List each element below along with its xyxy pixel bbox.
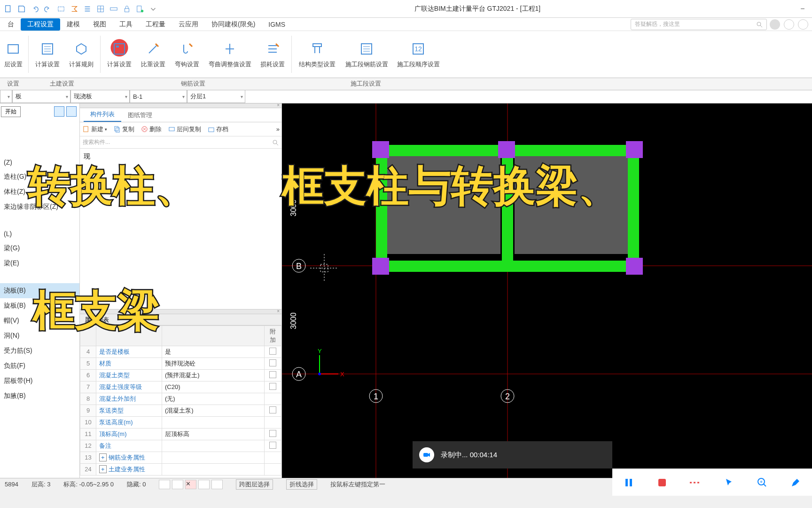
rb-calc-settings-1[interactable]: 计算设置	[31, 31, 64, 78]
zoom-tool-icon[interactable]: +	[756, 476, 769, 489]
qat-list-icon[interactable]	[82, 3, 93, 15]
table-row[interactable]: 13+钢筋业务属性	[80, 452, 281, 463]
tree-item[interactable]: (L)	[0, 227, 79, 241]
table-row[interactable]: 7混凝土强度等级(C20)	[80, 381, 281, 393]
table-row[interactable]: 11顶标高(m)层顶标高	[80, 428, 281, 440]
menu-modeling[interactable]: 建模	[60, 18, 86, 31]
qat-redo-icon[interactable]	[42, 3, 54, 15]
pen-tool-icon[interactable]	[789, 476, 802, 489]
svg-text:2: 2	[505, 392, 510, 401]
table-row[interactable]: 9泵送类型(混凝土泵)	[80, 405, 281, 416]
avatar[interactable]	[770, 19, 780, 30]
menu-quantity[interactable]: 工程量	[139, 18, 172, 31]
tb-copy[interactable]: 复制	[111, 124, 137, 135]
grp-rebar: 钢筋设置	[98, 78, 289, 90]
snap-icon-2[interactable]	[172, 480, 183, 489]
camera-icon[interactable]	[419, 447, 434, 462]
snap-icon-1[interactable]	[159, 480, 170, 489]
annotate-dash-icon[interactable]	[689, 476, 702, 489]
tb-more-icon[interactable]: »	[274, 125, 281, 134]
tree-item[interactable]: 受力筋(S)	[0, 343, 79, 358]
rb-struct-type[interactable]: 结构类型设置	[294, 31, 341, 78]
combo-layer[interactable]: 分层1	[187, 90, 245, 103]
search-icon	[756, 21, 763, 28]
snap-icon-4[interactable]	[198, 480, 210, 489]
qat-export-icon[interactable]	[134, 3, 146, 15]
btn-polyline[interactable]: 折线选择	[286, 479, 317, 490]
rb-weight-settings[interactable]: 比重设置	[136, 31, 170, 78]
notify-icon[interactable]	[784, 19, 794, 30]
table-row[interactable]: 8混凝土外加剂(无)	[80, 393, 281, 405]
qat-save-icon[interactable]	[16, 3, 27, 15]
property-table[interactable]: 附加 4是否是楼板是5材质预拌现浇砼6混凝土类型(预拌混凝土)7混凝土强度等级(…	[80, 325, 281, 478]
tab-drawings[interactable]: 图纸管理	[121, 109, 159, 122]
tree-view-grid-icon[interactable]	[66, 106, 77, 117]
help-search[interactable]: 答疑解惑，搜这里	[631, 19, 767, 30]
cursor-tool-icon[interactable]	[722, 476, 735, 489]
minimize-button[interactable]: −	[793, 0, 812, 17]
rb-bend-adjust[interactable]: 弯曲调整值设置	[204, 31, 256, 78]
menu-igms[interactable]: IGMS	[262, 19, 292, 30]
rb-floor-settings[interactable]: 层设置	[0, 31, 26, 78]
menu-project-settings[interactable]: 工程设置	[21, 18, 60, 31]
tree-item[interactable]: 梁(E)	[0, 256, 79, 271]
tb-new[interactable]: 新建▾	[80, 124, 110, 135]
table-row[interactable]: 5材质预拌现浇砼	[80, 357, 281, 369]
qat-new-icon[interactable]	[3, 3, 14, 15]
menu-view[interactable]: 视图	[86, 18, 113, 31]
tb-delete[interactable]: 删除	[138, 124, 164, 135]
component-search[interactable]: 搜索构件...	[80, 136, 281, 149]
qat-undo-icon[interactable]	[29, 3, 40, 15]
tree-item[interactable]: 负筋(F)	[0, 358, 79, 373]
qat-summary-icon[interactable]	[69, 3, 80, 15]
svg-rect-36	[626, 141, 643, 158]
rb-calc-settings-2[interactable]: 计算设置	[102, 31, 136, 78]
rb-cons-rebar[interactable]: 施工段钢筋设置	[341, 31, 392, 78]
tree-item[interactable]: 层板带(H)	[0, 373, 79, 389]
tb-floor-copy[interactable]: 层间复制	[165, 124, 204, 135]
title-bar: 广联达BIM土建计量平台 GTJ2021 - [工程1] −	[0, 0, 812, 18]
rb-calc-rules[interactable]: 计算规则	[64, 31, 98, 78]
menu-cloud[interactable]: 云应用	[172, 18, 205, 31]
svg-point-51	[318, 373, 321, 375]
combo-category[interactable]: 板	[12, 90, 70, 103]
combo-type[interactable]: 现浇板	[70, 90, 130, 103]
combo-name[interactable]: B-1	[130, 90, 187, 103]
menu-tools[interactable]: 工具	[113, 18, 139, 31]
svg-rect-38	[626, 258, 643, 275]
menu-platform[interactable]: 台	[1, 18, 21, 31]
svg-rect-34	[372, 141, 389, 158]
table-row[interactable]: 6混凝土类型(预拌混凝土)	[80, 369, 281, 381]
qat-region-icon[interactable]	[55, 3, 67, 15]
tree-view-list-icon[interactable]	[54, 106, 64, 117]
snap-icon-3[interactable]: ✕	[185, 480, 196, 489]
table-row[interactable]: 4是否是楼板是	[80, 346, 281, 357]
table-row[interactable]: 12备注	[80, 440, 281, 452]
qat-table-icon[interactable]	[95, 3, 106, 15]
tree-item[interactable]: 加腋(B)	[0, 389, 79, 404]
help-icon[interactable]	[798, 19, 808, 30]
rb-cons-order[interactable]: 12施工段顺序设置	[392, 31, 444, 78]
overlay-1: 转换柱、	[28, 158, 197, 215]
qat-ruler-icon[interactable]	[108, 3, 119, 15]
svg-rect-55	[423, 453, 428, 457]
btn-cross-layer[interactable]: 跨图层选择	[236, 479, 273, 490]
tree-gap	[0, 214, 79, 227]
table-row[interactable]: 24+土建业务属性	[80, 463, 281, 475]
tree-item[interactable]: 梁(G)	[0, 241, 79, 256]
tab-components[interactable]: 构件列表	[84, 108, 121, 122]
close-icon[interactable]: ×	[277, 103, 280, 108]
rb-hook-settings[interactable]: 弯钩设置	[170, 31, 204, 78]
snap-icon-5[interactable]	[211, 480, 223, 489]
close-icon[interactable]: ×	[277, 309, 280, 314]
tb-archive[interactable]: 存档	[205, 124, 231, 135]
pause-button[interactable]	[622, 476, 635, 489]
start-tag[interactable]: 开始	[1, 106, 21, 117]
combo-0[interactable]	[0, 90, 12, 103]
rb-loss-settings[interactable]: 损耗设置	[256, 31, 289, 78]
stop-button[interactable]	[656, 476, 669, 489]
qat-more-icon[interactable]	[148, 3, 159, 15]
qat-lock-icon[interactable]	[121, 3, 133, 15]
menu-collab[interactable]: 协同建模(限免)	[205, 18, 262, 31]
table-row[interactable]: 10泵送高度(m)	[80, 416, 281, 428]
